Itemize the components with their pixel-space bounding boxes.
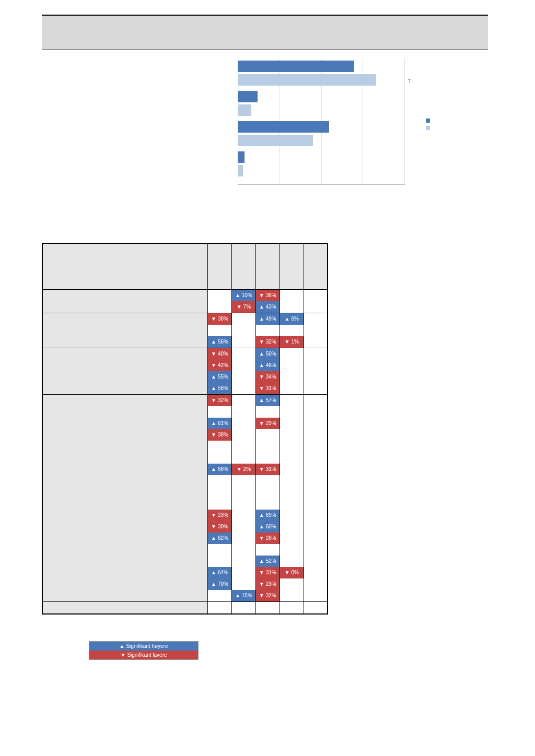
blank-cell bbox=[208, 590, 231, 601]
sig-low-cell: 7% bbox=[232, 301, 255, 313]
blank-cell bbox=[208, 475, 231, 487]
data-cell: 40%42%55%56% bbox=[207, 348, 231, 394]
data-cell bbox=[280, 601, 304, 614]
bar-c4-dark bbox=[238, 151, 245, 163]
sig-low-cell: 42% bbox=[208, 360, 231, 371]
legend-swatch-light bbox=[426, 126, 430, 130]
blank-cell bbox=[280, 406, 304, 418]
blank-cell bbox=[304, 475, 327, 487]
sig-high-cell: 46% bbox=[256, 360, 280, 371]
chart-legend bbox=[426, 119, 457, 133]
blank-cell bbox=[256, 544, 280, 556]
blank-cell bbox=[232, 498, 255, 510]
data-cell: 32%61%38%66%23%30%62%64%70% bbox=[207, 394, 231, 601]
sig-low-cell: 31% bbox=[256, 567, 280, 578]
blank-cell bbox=[232, 371, 255, 383]
blank-cell bbox=[304, 590, 327, 601]
bar-c1-dark bbox=[238, 61, 354, 72]
table-row: 10%7%36%43% bbox=[42, 289, 328, 313]
sig-high-cell: 6% bbox=[280, 313, 304, 325]
sig-high-cell: 64% bbox=[208, 567, 231, 578]
blank-cell bbox=[304, 348, 327, 360]
blank-cell bbox=[280, 395, 304, 406]
sig-low-cell: 29% bbox=[256, 418, 280, 429]
th-label bbox=[42, 243, 207, 289]
blank-cell bbox=[256, 602, 280, 613]
blank-cell bbox=[280, 521, 304, 533]
sig-low-cell: 31% bbox=[256, 464, 280, 475]
blank-cell bbox=[280, 544, 304, 556]
blank-cell bbox=[208, 452, 231, 464]
blank-cell bbox=[280, 441, 304, 452]
blank-cell bbox=[208, 487, 231, 498]
data-cell bbox=[304, 313, 328, 348]
blank-cell bbox=[208, 544, 231, 556]
blank-cell bbox=[208, 556, 231, 567]
blank-cell bbox=[280, 418, 304, 429]
blank-cell bbox=[304, 510, 327, 521]
sig-high-cell: 50% bbox=[256, 348, 280, 360]
blank-cell bbox=[256, 441, 280, 452]
blank-cell bbox=[208, 602, 231, 613]
significance-table: 10%7%36%43%38%56%49%32%6%1%40%42%55%56%5… bbox=[42, 243, 328, 615]
data-cell bbox=[231, 313, 255, 348]
blank-cell bbox=[280, 533, 304, 544]
blank-cell bbox=[304, 383, 327, 394]
blank-cell bbox=[304, 567, 327, 578]
sig-low-cell: 40% bbox=[208, 348, 231, 360]
blank-cell bbox=[280, 464, 304, 475]
legend-low: Signifikant lavere bbox=[89, 651, 198, 659]
blank-cell bbox=[304, 301, 327, 313]
blank-cell bbox=[304, 360, 327, 371]
blank-cell bbox=[304, 371, 327, 383]
sig-low-cell: 32% bbox=[256, 590, 280, 601]
data-cell bbox=[255, 601, 280, 614]
blank-cell bbox=[232, 544, 255, 556]
sig-high-cell: 52% bbox=[256, 556, 280, 567]
data-cell bbox=[231, 601, 255, 614]
blank-cell bbox=[304, 325, 327, 336]
sig-high-cell: 66% bbox=[208, 464, 231, 475]
bar-chart: 7 bbox=[238, 58, 457, 189]
bar-c2-dark bbox=[238, 91, 258, 102]
sig-low-cell: 28% bbox=[256, 533, 280, 544]
sig-high-cell: 55% bbox=[208, 371, 231, 383]
blank-cell bbox=[304, 521, 327, 533]
blank-cell bbox=[232, 441, 255, 452]
blank-cell bbox=[232, 383, 255, 394]
bar-c3-dark bbox=[238, 121, 329, 133]
table-row: 38%56%49%32%6%1% bbox=[42, 313, 328, 348]
sig-high-cell: 60% bbox=[256, 521, 280, 533]
blank-cell bbox=[304, 544, 327, 556]
blank-cell bbox=[304, 395, 327, 406]
blank-cell bbox=[232, 313, 255, 325]
blank-cell bbox=[256, 487, 280, 498]
sig-low-cell: 23% bbox=[256, 578, 280, 590]
data-cell: 0% bbox=[280, 394, 304, 601]
blank-cell bbox=[232, 556, 255, 567]
table-row: 40%42%55%56%50%46%34%31% bbox=[42, 348, 328, 394]
blank-cell bbox=[232, 418, 255, 429]
legend-high: Signifikant høyere bbox=[89, 642, 198, 651]
bar-c1-light bbox=[238, 74, 376, 86]
header-band bbox=[42, 15, 488, 50]
blank-cell bbox=[232, 325, 255, 336]
row-label bbox=[42, 348, 207, 394]
blank-cell bbox=[232, 521, 255, 533]
sig-low-cell: 1% bbox=[280, 336, 304, 348]
th-c3 bbox=[255, 243, 280, 289]
th-c1 bbox=[207, 243, 231, 289]
blank-cell bbox=[280, 556, 304, 567]
row-label bbox=[42, 601, 207, 614]
blank-cell bbox=[232, 395, 255, 406]
significance-legend: Signifikant høyere Signifikant lavere bbox=[89, 641, 199, 660]
sig-low-cell: 38% bbox=[208, 429, 231, 441]
sig-high-cell: 69% bbox=[256, 510, 280, 521]
data-cell: 10%7% bbox=[231, 289, 255, 313]
blank-cell bbox=[256, 475, 280, 487]
sig-high-cell: 10% bbox=[232, 290, 255, 301]
blank-cell bbox=[304, 429, 327, 441]
sig-high-cell: 61% bbox=[208, 418, 231, 429]
sig-high-cell: 56% bbox=[208, 336, 231, 348]
bar-c4-light bbox=[238, 165, 243, 176]
